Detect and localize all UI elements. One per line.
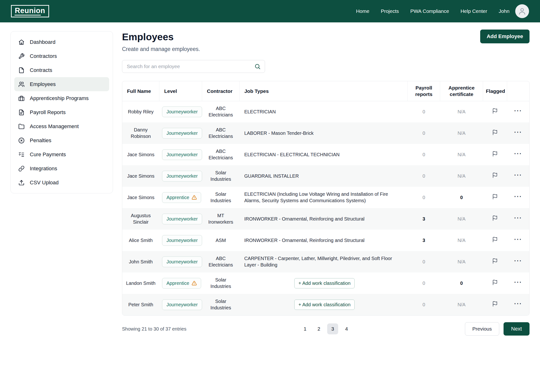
row-actions-menu[interactable]: ⋯	[514, 302, 523, 306]
level-label: Journeyworker	[166, 109, 198, 115]
payroll-reports-count: 0	[423, 131, 425, 136]
sidebar-item-contracts[interactable]: Contracts	[14, 63, 109, 77]
column-header-job-types: Job Types	[239, 81, 408, 101]
column-header-level: Level	[159, 81, 202, 101]
page-button-1[interactable]: 1	[300, 323, 311, 334]
page-button-2[interactable]: 2	[313, 323, 324, 334]
level-label: Apprentice	[166, 194, 189, 201]
payroll-reports-count: 0	[423, 302, 425, 307]
row-actions-menu[interactable]: ⋯	[514, 194, 523, 198]
sidebar-item-access-management[interactable]: Access Management	[14, 119, 109, 133]
level-badge: Journeyworker	[162, 235, 202, 246]
table-row: John Smith Journeyworker ABC Electrician…	[122, 251, 529, 272]
row-actions-menu[interactable]: ⋯	[514, 151, 523, 156]
flag-icon[interactable]	[492, 108, 498, 114]
page-button-3[interactable]: 3	[327, 323, 338, 334]
nav-item-home[interactable]: Home	[356, 8, 369, 14]
search-icon[interactable]	[254, 63, 261, 70]
row-actions-menu[interactable]: ⋯	[514, 237, 523, 241]
contractor-name: Solar Industries	[202, 294, 239, 315]
table-header-row: Full NameLevelContractorJob TypesPayroll…	[122, 81, 529, 101]
search-input[interactable]	[122, 60, 265, 73]
payroll-reports-count[interactable]: 3	[423, 216, 425, 221]
payroll-reports-count[interactable]: 3	[423, 238, 425, 243]
sidebar-item-label: Contracts	[30, 67, 52, 73]
column-header-payroll-reports: Payroll reports	[408, 81, 440, 101]
nav-item-help-center[interactable]: Help Center	[460, 8, 487, 14]
add-work-classification-button[interactable]: + Add work classification	[294, 300, 354, 310]
sidebar-item-label: Contractors	[30, 53, 57, 59]
sidebar-item-csv-upload[interactable]: CSV Upload	[14, 176, 109, 190]
page-button-4[interactable]: 4	[341, 323, 352, 334]
add-work-classification-button[interactable]: + Add work classification	[294, 278, 354, 288]
apprentice-certificate-value: N/A	[458, 109, 465, 114]
employee-name: Augustus Sinclair	[122, 208, 159, 230]
job-type-text: GUARDRAIL INSTALLER	[244, 173, 299, 179]
level-badge: Apprentice	[162, 192, 201, 203]
apprentice-certificate-value: N/A	[458, 216, 465, 221]
employees-table: Full NameLevelContractorJob TypesPayroll…	[122, 81, 530, 316]
flag-icon[interactable]	[492, 194, 498, 200]
contractor-name: MT Ironworkers	[202, 208, 239, 230]
payroll-reports-count: 0	[423, 173, 425, 179]
sidebar-item-integrations[interactable]: Integrations	[14, 161, 109, 176]
employee-name: Alice Smith	[122, 230, 159, 251]
apprentice-certificate-value: N/A	[458, 259, 465, 264]
report-icon	[18, 109, 25, 116]
previous-page-button[interactable]: Previous	[465, 322, 499, 336]
employee-name: Jace Simons	[122, 144, 159, 165]
row-actions-menu[interactable]: ⋯	[514, 109, 523, 113]
contractor-name: ASM	[202, 230, 239, 251]
job-type-text: CARPENTER - Carpenter, Lather, Millwrigh…	[244, 256, 392, 267]
nav-item-pwa-compliance[interactable]: PWA Compliance	[410, 8, 449, 14]
sidebar-item-label: Employees	[30, 81, 56, 87]
employee-name: Jace Simons	[122, 165, 159, 187]
level-badge: Journeyworker	[162, 214, 202, 224]
flag-icon[interactable]	[492, 215, 498, 221]
row-actions-menu[interactable]: ⋯	[514, 173, 523, 177]
user-avatar[interactable]	[515, 4, 529, 18]
level-label: Journeyworker	[166, 216, 198, 222]
apprentice-certificate-value: N/A	[458, 302, 465, 307]
job-type-text: ELECTRICIAN - ELECTRICAL TECHNICIAN	[244, 152, 340, 157]
users-icon	[18, 81, 25, 87]
flag-icon[interactable]	[492, 301, 498, 307]
reunion-logo[interactable]: Reunion	[11, 5, 49, 17]
table-row: Augustus Sinclair Journeyworker MT Ironw…	[122, 208, 529, 230]
row-actions-menu[interactable]: ⋯	[514, 259, 523, 263]
contractor-name: ABC Electricians	[202, 144, 239, 165]
page-title: Employees	[122, 31, 200, 43]
flag-icon[interactable]	[492, 130, 498, 135]
flag-icon[interactable]	[492, 258, 498, 264]
sidebar-item-apprenticeship-programs[interactable]: Apprenticeship Programs	[14, 91, 109, 105]
add-employee-button[interactable]: Add Employee	[480, 30, 530, 43]
table-row: Peter Smith Journeyworker Solar Industri…	[122, 294, 529, 315]
table-row: Jace Simons Apprentice Solar Industries …	[122, 187, 529, 208]
user-name[interactable]: John	[499, 8, 509, 14]
row-actions-menu[interactable]: ⋯	[514, 216, 523, 220]
level-badge: Journeyworker	[162, 171, 202, 181]
flag-icon[interactable]	[492, 172, 498, 178]
row-actions-menu[interactable]: ⋯	[514, 280, 523, 284]
sidebar-item-employees[interactable]: Employees	[14, 77, 109, 91]
sidebar-item-label: Integrations	[30, 166, 57, 172]
apprentice-certificate-value[interactable]: 0	[460, 281, 463, 286]
flag-icon[interactable]	[492, 237, 498, 242]
reunion-logo-text: Reunion	[11, 5, 49, 17]
sidebar-item-dashboard[interactable]: Dashboard	[14, 35, 109, 49]
link-icon	[18, 166, 25, 172]
apprentice-certificate-value[interactable]: 0	[460, 195, 463, 200]
sidebar-item-contractors[interactable]: Contractors	[14, 49, 109, 63]
sidebar-item-cure-payments[interactable]: Cure Payments	[14, 147, 109, 161]
sidebar-item-payroll-reports[interactable]: Payroll Reports	[14, 105, 109, 119]
job-type-text: ELECTRICIAN (Including Low Voltage Wirin…	[244, 191, 388, 203]
table-row: Robby Riley Journeyworker ABC Electricia…	[122, 101, 529, 122]
row-actions-menu[interactable]: ⋯	[514, 130, 523, 134]
sidebar-item-penalties[interactable]: Penalties	[14, 133, 109, 147]
flag-icon[interactable]	[492, 151, 498, 157]
flag-icon[interactable]	[492, 280, 498, 285]
nav-item-projects[interactable]: Projects	[381, 8, 399, 14]
next-page-button[interactable]: Next	[504, 322, 530, 336]
apprentice-certificate-value: N/A	[458, 131, 465, 136]
job-type-text: LABORER - Mason Tender-Brick	[244, 131, 314, 136]
